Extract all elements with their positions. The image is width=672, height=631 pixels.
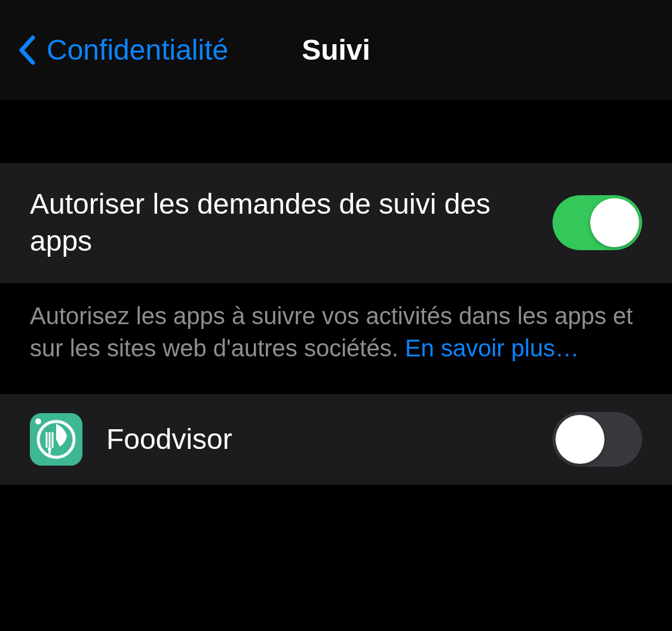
svg-point-1 xyxy=(35,418,41,424)
toggle-knob xyxy=(556,415,605,464)
app-row: Foodvisor xyxy=(0,394,672,485)
foodvisor-icon xyxy=(30,413,82,466)
setting-description: Autorisez les apps à suivre vos activité… xyxy=(0,283,672,394)
toggle-knob xyxy=(590,198,639,247)
page-title: Suivi xyxy=(302,33,370,66)
chevron-left-icon xyxy=(18,35,36,65)
allow-tracking-requests-row: Autoriser les demandes de suivi des apps xyxy=(0,163,672,283)
back-label: Confidentialité xyxy=(47,33,228,66)
back-button[interactable]: Confidentialité xyxy=(18,33,228,66)
app-tracking-toggle[interactable] xyxy=(553,412,642,467)
allow-tracking-label: Autoriser les demandes de suivi des apps xyxy=(30,186,553,260)
navigation-bar: Confidentialité Suivi xyxy=(0,0,672,100)
allow-tracking-toggle[interactable] xyxy=(553,195,642,250)
app-name-label: Foodvisor xyxy=(106,423,553,455)
learn-more-link[interactable]: En savoir plus… xyxy=(405,335,579,361)
spacer xyxy=(0,100,672,163)
